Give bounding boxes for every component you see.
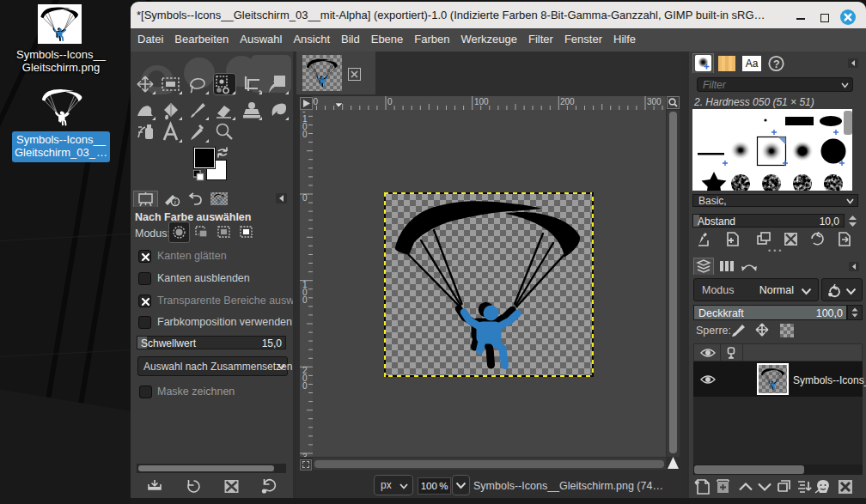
svg-text:-100: -100 — [313, 97, 318, 106]
svg-text:300: 300 — [647, 97, 662, 106]
svg-text:200: 200 — [560, 97, 575, 106]
svg-text:0: 0 — [302, 130, 308, 139]
svg-text:3: 3 — [302, 452, 308, 457]
svg-text:?: ? — [773, 58, 780, 70]
svg-text:0: 0 — [302, 295, 308, 305]
svg-text:0: 0 — [302, 381, 308, 391]
svg-text:0: 0 — [387, 97, 393, 106]
svg-text:0: 0 — [302, 193, 308, 203]
svg-text:100: 100 — [474, 97, 489, 106]
